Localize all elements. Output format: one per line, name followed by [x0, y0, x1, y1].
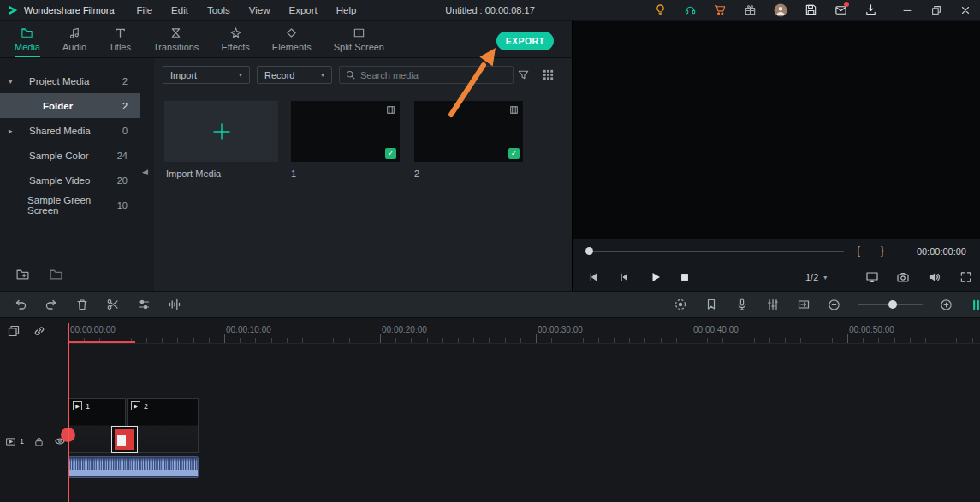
import-dropdown[interactable]: Import ▾ — [163, 66, 250, 84]
export-button[interactable]: EXPORT — [496, 32, 554, 50]
caret-down-icon[interactable] — [9, 77, 29, 86]
timeline-zoom-slider[interactable] — [858, 304, 923, 305]
search-input[interactable] — [360, 70, 508, 80]
sidebar-collapse-handle[interactable]: ◀ — [142, 168, 148, 176]
redo-icon[interactable] — [45, 298, 58, 311]
menu-file[interactable]: File — [137, 5, 153, 15]
scrubber-handle[interactable] — [585, 247, 593, 255]
menu-view[interactable]: View — [249, 5, 270, 15]
tab-audio[interactable]: Audio — [51, 21, 98, 57]
music-note-icon — [68, 27, 81, 39]
audio-mixer-icon[interactable] — [766, 298, 780, 311]
fullscreen-icon[interactable] — [959, 271, 972, 284]
search-box[interactable] — [339, 66, 514, 84]
auto-ripple-icon[interactable] — [797, 298, 811, 311]
menubar: File Edit Tools View Export Help — [137, 5, 357, 15]
audio-track-clip[interactable] — [68, 456, 199, 478]
whats-new-lightbulb-icon[interactable] — [654, 3, 667, 16]
caret-right-icon[interactable] — [9, 127, 29, 135]
sidebar-item-sample-video[interactable]: Sample Video 20 — [0, 168, 140, 192]
delete-folder-icon[interactable] — [49, 267, 63, 281]
tab-transitions[interactable]: Transitions — [142, 21, 210, 57]
rendered-region-indicator — [68, 341, 135, 343]
page-indicator: 1/2 — [805, 272, 818, 282]
media-thumbnail-1[interactable]: ✓ — [291, 101, 400, 162]
messages-mail-icon[interactable] — [834, 3, 847, 16]
save-icon[interactable] — [805, 3, 817, 16]
menu-edit[interactable]: Edit — [171, 5, 188, 15]
manage-tracks-icon[interactable] — [7, 324, 21, 338]
zoom-in-icon[interactable] — [940, 298, 953, 311]
titles-t-icon — [114, 27, 127, 39]
previous-frame-button[interactable] — [618, 271, 631, 284]
overlay-clip-image — [115, 429, 134, 450]
minimize-button[interactable] — [901, 4, 913, 16]
filter-icon[interactable] — [517, 68, 530, 81]
scrubber-track[interactable] — [585, 251, 844, 252]
marker-icon[interactable] — [704, 298, 718, 311]
sidebar-item-folder[interactable]: Folder 2 — [0, 93, 140, 118]
tab-titles[interactable]: Titles — [98, 21, 142, 57]
sidebar-item-sample-green-screen[interactable]: Sample Green Screen 10 — [0, 192, 140, 217]
sidebar-list: Project Media 2 Folder 2 Shared Media 0 … — [0, 68, 140, 217]
zoom-out-icon[interactable] — [828, 298, 840, 311]
speaker-icon[interactable] — [928, 270, 941, 284]
menu-export[interactable]: Export — [289, 5, 318, 15]
tab-effects[interactable]: Effects — [210, 21, 260, 57]
tab-elements[interactable]: Elements — [261, 21, 323, 57]
play-button[interactable] — [649, 270, 662, 284]
account-avatar[interactable] — [774, 3, 787, 17]
preview-timecode: 00:00:00:00 — [917, 246, 966, 257]
media-panel: Import ▾ Record ▾ ✓ — [154, 58, 572, 291]
sidebar-item-shared-media[interactable]: Shared Media 0 — [0, 118, 140, 143]
playhead[interactable] — [68, 323, 69, 502]
stop-button[interactable] — [679, 271, 691, 283]
menu-help[interactable]: Help — [336, 5, 357, 15]
download-icon[interactable] — [864, 3, 877, 16]
search-icon — [345, 69, 356, 80]
sidebar-item-label: Sample Green Screen — [27, 195, 117, 216]
render-preview-icon[interactable] — [674, 298, 687, 311]
editing-toolbar — [0, 291, 980, 318]
jump-to-start-button[interactable] — [587, 271, 600, 284]
timeline-ruler[interactable]: 00:00:00:00 00:00:10:00 00:00:20:00 00:0… — [67, 318, 980, 344]
preview-page-dropdown[interactable]: 1/2 ▾ — [805, 272, 827, 282]
cart-icon[interactable] — [714, 3, 727, 16]
tab-media[interactable]: Media — [3, 21, 51, 57]
snapshot-camera-icon[interactable] — [896, 270, 910, 284]
undo-icon[interactable] — [14, 298, 27, 311]
support-headset-icon[interactable] — [684, 3, 697, 16]
transport-controls: 1/2 ▾ — [573, 263, 980, 291]
close-button[interactable] — [959, 4, 971, 16]
split-scissors-icon[interactable] — [106, 298, 120, 311]
sidebar-item-sample-color[interactable]: Sample Color 24 — [0, 143, 140, 168]
zoom-slider-handle[interactable] — [888, 300, 897, 309]
overlay-clip-thumbnail[interactable] — [111, 426, 138, 453]
media-thumbnail-2[interactable]: ✓ — [414, 101, 523, 162]
adjust-sliders-icon[interactable] — [137, 298, 151, 311]
delete-trash-icon[interactable] — [75, 298, 89, 311]
lock-icon[interactable] — [33, 436, 45, 447]
video-preview-area[interactable] — [573, 21, 980, 239]
fit-timeline-icon[interactable] — [970, 298, 980, 311]
link-icon[interactable] — [33, 324, 46, 338]
audio-detach-icon[interactable] — [168, 298, 181, 311]
gift-icon[interactable] — [744, 3, 757, 16]
new-folder-icon[interactable] — [15, 267, 30, 281]
sidebar-item-label: Project Media — [29, 76, 89, 86]
menu-tools[interactable]: Tools — [207, 5, 230, 15]
import-media-card[interactable] — [164, 101, 278, 162]
tab-split-screen[interactable]: Split Screen — [323, 21, 395, 57]
sidebar-item-project-media[interactable]: Project Media 2 — [0, 68, 140, 93]
restore-button[interactable] — [930, 4, 942, 16]
grid-view-icon[interactable] — [542, 68, 555, 81]
mark-out-brace[interactable]: } — [881, 245, 884, 257]
filmora-window: Wondershare Filmora File Edit Tools View… — [0, 0, 980, 502]
mark-in-brace[interactable]: { — [857, 245, 860, 257]
dual-monitor-icon[interactable] — [865, 270, 879, 284]
sidebar-item-count: 24 — [117, 151, 140, 161]
clip-play-icon: ▶ — [131, 401, 140, 410]
voiceover-mic-icon[interactable] — [735, 298, 749, 311]
record-dropdown[interactable]: Record ▾ — [257, 66, 332, 84]
import-card-label: Import Media — [166, 168, 221, 179]
